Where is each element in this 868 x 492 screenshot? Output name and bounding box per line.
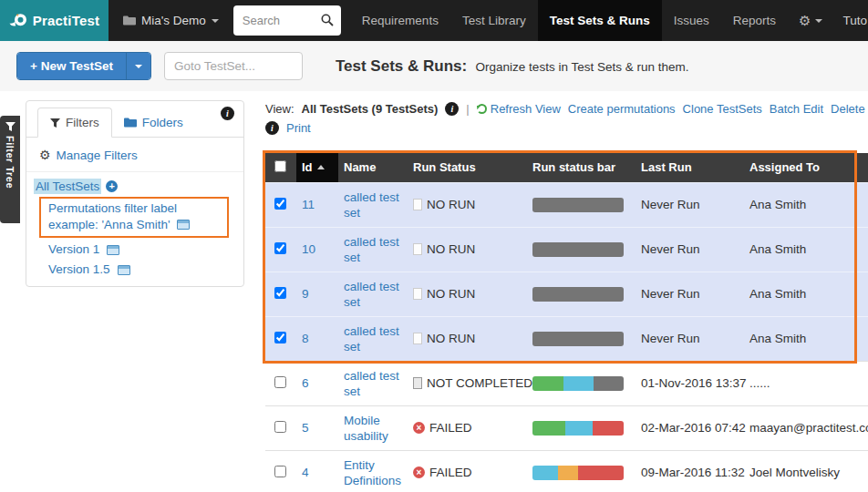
table-row[interactable]: 9 called test set NO RUN Never Run Ana S… <box>265 272 868 316</box>
testset-id-link[interactable]: 11 <box>302 198 315 211</box>
column-header-last-run[interactable]: Last Run <box>636 153 744 182</box>
tutorial-link[interactable]: Tuto <box>842 14 868 27</box>
gear-icon: ⚙ <box>799 0 811 41</box>
filter-tree-tab[interactable]: Filter Tree <box>0 116 20 223</box>
column-header-assigned-to[interactable]: Assigned To <box>744 153 868 182</box>
run-status-label: FAILED <box>429 421 472 435</box>
testset-name-link[interactable]: Mobile usability <box>344 413 402 444</box>
project-selector[interactable]: Mia's Demo <box>123 14 219 27</box>
table-row[interactable]: 4 Entity Definitions FAILED 09-Mar-2016 … <box>265 450 868 492</box>
view-label: View: <box>265 102 294 116</box>
view-info-icon[interactable]: i <box>445 102 459 116</box>
filter-grid-icon[interactable] <box>177 220 190 230</box>
settings-menu[interactable]: ⚙ <box>788 0 833 41</box>
nav-item-reports[interactable]: Reports <box>721 0 788 41</box>
run-status-bar <box>532 466 624 480</box>
print-info-icon[interactable]: i <box>265 121 279 135</box>
filter-all-testsets[interactable]: All TestSets + <box>32 179 238 194</box>
testset-id-link[interactable]: 9 <box>302 287 309 301</box>
filter-grid-icon[interactable] <box>107 245 119 255</box>
table-row[interactable]: 6 called test set NOT COMPLETED 01-Nov-2… <box>265 361 868 405</box>
tab-folders[interactable]: Folders <box>112 108 195 137</box>
folder-icon <box>123 15 136 26</box>
new-testset-button[interactable]: + New TestSet <box>17 53 126 79</box>
tab-filters[interactable]: Filters <box>37 108 112 138</box>
batch-edit-link[interactable]: Batch Edit <box>770 102 823 116</box>
print-link[interactable]: Print <box>286 121 311 135</box>
column-header-id[interactable]: Id <box>296 153 338 182</box>
refresh-view-link[interactable]: Refresh View <box>477 102 561 116</box>
assigned-to-value: Ana Smith <box>749 198 806 211</box>
testset-id-link[interactable]: 4 <box>302 466 309 479</box>
filter-item-version15[interactable]: Version 1.5 <box>48 261 110 278</box>
page-toolbar: + New TestSet Test Sets & Runs: Organize… <box>0 41 868 91</box>
add-filter-icon[interactable]: + <box>106 180 118 192</box>
filter-grid-icon[interactable] <box>118 265 130 275</box>
panel-info-icon[interactable]: i <box>221 107 234 120</box>
row-checkbox[interactable] <box>274 287 286 299</box>
run-status-label: FAILED <box>429 466 472 479</box>
brand-name: PractiTest <box>33 13 99 28</box>
testset-name-link[interactable]: called test set <box>344 279 402 310</box>
row-checkbox[interactable] <box>274 332 286 343</box>
nav-item-issues[interactable]: Issues <box>662 0 721 41</box>
goto-testset-input[interactable] <box>164 52 303 80</box>
page-heading: Test Sets & Runs: Organize tests in Test… <box>336 57 689 76</box>
page-title: Test Sets & Runs: <box>336 57 467 75</box>
testset-name-link[interactable]: called test set <box>344 234 402 265</box>
row-checkbox[interactable] <box>274 466 286 477</box>
row-checkbox[interactable] <box>274 198 286 210</box>
column-header-run-status[interactable]: Run Status <box>408 153 527 182</box>
nav-item-test-library[interactable]: Test Library <box>450 0 538 41</box>
nav-item-requirements[interactable]: Requirements <box>350 0 450 41</box>
filter-item-version1[interactable]: Version 1 <box>48 241 99 258</box>
row-checkbox[interactable] <box>274 242 286 254</box>
view-name: All TestSets (9 TestSets) <box>302 102 439 116</box>
status-icon <box>413 466 425 478</box>
filter-all-testsets-label: All TestSets <box>34 179 101 194</box>
filters-panel: Filters Folders i ⚙ Manage Filters All T… <box>26 100 244 287</box>
practitest-logo[interactable]: PractiTest <box>0 0 108 41</box>
testset-name-link[interactable]: called test set <box>344 190 402 220</box>
testset-id-link[interactable]: 10 <box>302 242 315 256</box>
table-row[interactable]: 5 Mobile usability FAILED 02-Mar-2016 07… <box>265 405 868 450</box>
create-permutations-link[interactable]: Create permutations <box>568 102 676 116</box>
page-subtitle: Organize tests in Test Sets & run them. <box>476 60 689 74</box>
row-checkbox[interactable] <box>274 376 286 388</box>
last-run-value: Never Run <box>641 332 700 345</box>
testset-id-link[interactable]: 6 <box>302 376 309 390</box>
last-run-value: Never Run <box>641 242 700 256</box>
new-testset-dropdown-button[interactable] <box>126 53 150 79</box>
testset-table-body: 11 called test set NO RUN Never Run Ana … <box>265 182 868 492</box>
view-actions-row2: i Print <box>265 121 867 135</box>
nav-item-test-sets-runs[interactable]: Test Sets & Runs <box>538 0 662 41</box>
delete-link[interactable]: Delete <box>831 102 865 116</box>
filter-row-version1: Version 1 <box>32 240 238 260</box>
gear-icon: ⚙ <box>39 148 51 162</box>
filter-icon <box>5 122 16 131</box>
testset-name-link[interactable]: Entity Definitions <box>344 457 402 488</box>
table-row[interactable]: 11 called test set NO RUN Never Run Ana … <box>265 182 868 227</box>
testset-id-link[interactable]: 5 <box>302 421 309 435</box>
row-checkbox[interactable] <box>274 421 286 433</box>
table-row[interactable]: 8 called test set NO RUN Never Run Ana S… <box>265 316 868 361</box>
testset-name-link[interactable]: called test set <box>344 323 402 354</box>
filter-icon <box>50 118 60 128</box>
run-status-cell: NO RUN <box>413 332 522 345</box>
permutations-filter-highlight: Permutations filter label example: 'Anna… <box>39 197 229 238</box>
assigned-to-value: ...... <box>749 376 770 390</box>
testset-name-link[interactable]: called test set <box>344 368 402 399</box>
assigned-to-value: maayan@practitest.com <box>749 421 868 435</box>
testset-id-link[interactable]: 8 <box>302 332 309 345</box>
last-run-value: 01-Nov-2016 13:37 <box>641 376 747 390</box>
clone-testsets-link[interactable]: Clone TestSets <box>683 102 762 116</box>
run-status-bar <box>532 376 624 391</box>
select-all-checkbox[interactable] <box>274 160 286 172</box>
search-icon[interactable] <box>321 14 334 26</box>
column-header-run-status-bar[interactable]: Run status bar <box>527 153 636 182</box>
column-header-name[interactable]: Name <box>338 153 408 182</box>
chevron-down-icon <box>815 19 822 23</box>
table-row[interactable]: 10 called test set NO RUN Never Run Ana … <box>265 227 868 272</box>
filter-item-permutations[interactable]: Permutations filter label example: 'Anna… <box>48 201 177 231</box>
manage-filters[interactable]: ⚙ Manage Filters <box>26 138 243 172</box>
